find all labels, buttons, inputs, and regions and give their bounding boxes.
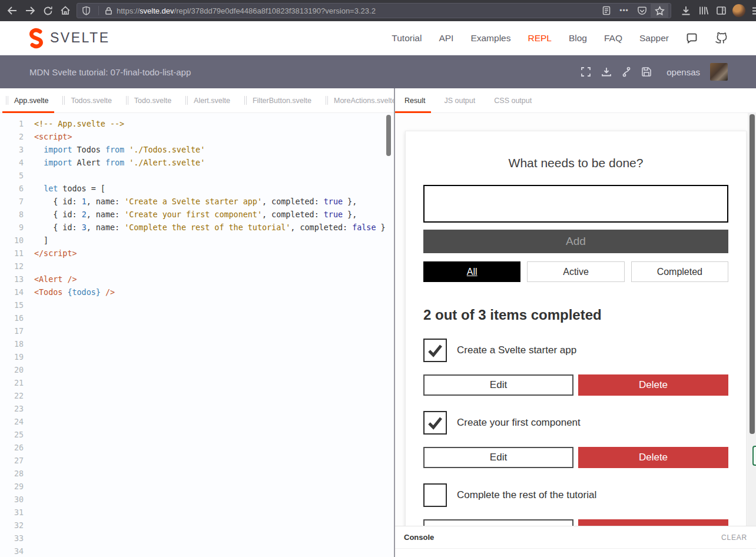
todo-app: What needs to be done? Add AllActiveComp…	[405, 131, 747, 526]
svelte-logo[interactable]: SVELTE	[27, 28, 110, 49]
github-icon[interactable]	[715, 32, 728, 44]
line-number-gutter: 1234567891011121314151617181920212223242…	[0, 118, 24, 557]
nav-item-api[interactable]: API	[439, 33, 453, 44]
code-line: <!-- App.svelte -->	[34, 118, 386, 131]
line-number: 27	[0, 455, 24, 468]
bookmark-star-icon[interactable]	[651, 3, 668, 18]
code-lines: <!-- App.svelte --><script> import Todos…	[34, 118, 386, 557]
line-number: 17	[0, 325, 24, 338]
code-line	[34, 403, 386, 416]
console-clear-button[interactable]: CLEAR	[721, 533, 747, 542]
line-number: 2	[0, 131, 24, 144]
fork-icon[interactable]	[622, 67, 631, 77]
output-tab-css-output[interactable]: CSS output	[485, 88, 541, 112]
code-line	[34, 416, 386, 429]
todo-checkbox-checked[interactable]	[423, 411, 447, 435]
todo-label: Create a Svelte starter app	[457, 344, 576, 356]
home-icon[interactable]	[57, 3, 74, 18]
sidebar-icon[interactable]	[712, 3, 730, 18]
line-number: 24	[0, 416, 24, 429]
new-todo-input[interactable]	[423, 185, 728, 223]
editor-tab-filterbutton-svelte[interactable]: FilterButton.svelte	[238, 88, 320, 112]
output-tab-result[interactable]: Result	[395, 88, 435, 112]
editor-scrollbar-thumb[interactable]	[386, 115, 391, 156]
code-line	[34, 442, 386, 455]
tab-drag-handle-icon[interactable]	[62, 96, 65, 105]
reload-icon[interactable]	[39, 3, 57, 18]
url-bar[interactable]: https://svelte.dev/repl/378dd79e0dfe4486…	[77, 3, 671, 18]
download-zip-icon[interactable]	[601, 67, 612, 77]
filter-button-completed[interactable]: Completed	[631, 261, 728, 282]
menu-icon[interactable]	[748, 3, 756, 18]
code-line: import Todos from './Todos.svelte'	[34, 144, 386, 157]
tab-drag-handle-icon[interactable]	[6, 96, 8, 105]
line-number: 12	[0, 260, 24, 273]
library-icon[interactable]	[695, 3, 712, 18]
filter-button-all[interactable]: All	[423, 261, 520, 282]
tab-drag-handle-icon[interactable]	[326, 96, 328, 105]
tab-label: MoreActions.svelte	[334, 97, 396, 105]
delete-button[interactable]: Delete	[578, 519, 728, 526]
editor-tab-todos-svelte[interactable]: Todos.svelte	[57, 88, 120, 112]
nav-item-faq[interactable]: FAQ	[604, 33, 622, 44]
site-nav: TutorialAPIExamplesREPLBlogFAQSapper	[392, 21, 728, 55]
tab-drag-handle-icon[interactable]	[126, 96, 128, 105]
forward-icon[interactable]	[21, 3, 39, 18]
filter-buttons: AllActiveCompleted	[423, 261, 728, 282]
todo-item: Create your first componentEditDelete	[423, 411, 728, 468]
tab-label: Todos.svelte	[71, 97, 111, 105]
code-line	[34, 545, 386, 557]
code-line: { id: 3, name: 'Complete the rest of the…	[34, 221, 386, 234]
editor-tab-todo-svelte[interactable]: Todo.svelte	[120, 88, 180, 112]
back-icon[interactable]	[4, 3, 21, 18]
chat-icon[interactable]	[686, 32, 698, 44]
pocket-icon[interactable]	[633, 3, 651, 18]
tab-drag-handle-icon[interactable]	[244, 96, 247, 105]
check-icon	[427, 342, 443, 359]
fullscreen-icon[interactable]	[581, 67, 591, 77]
tracking-shield-icon[interactable]	[77, 3, 95, 18]
delete-button[interactable]: Delete	[578, 447, 728, 468]
editor-tab-app-svelte[interactable]: App.svelte	[0, 88, 57, 112]
nav-item-blog[interactable]: Blog	[569, 33, 587, 44]
save-icon[interactable]	[641, 67, 652, 77]
line-number: 25	[0, 429, 24, 442]
reader-view-icon[interactable]	[598, 3, 615, 18]
code-line	[34, 455, 386, 468]
todo-status-heading: 2 out of 3 items completed	[423, 307, 728, 323]
code-line: import Alert from './Alert.svelte'	[34, 157, 386, 170]
page-actions-icon[interactable]: •••	[615, 3, 633, 18]
editor-tab-moreactions-svelte[interactable]: MoreActions.svelte	[320, 88, 404, 112]
edit-button[interactable]: Edit	[423, 447, 573, 468]
browser-toolbar: https://svelte.dev/repl/378dd79e0dfe4486…	[0, 0, 756, 21]
delete-button[interactable]: Delete	[578, 374, 728, 396]
editor-tab-alert-svelte[interactable]: Alert.svelte	[180, 88, 238, 112]
nav-item-sapper[interactable]: Sapper	[639, 33, 669, 44]
repl-user-avatar[interactable]	[710, 63, 728, 81]
nav-item-examples[interactable]: Examples	[470, 33, 510, 44]
repl-toolbar: MDN Svelte tutorial: 07-final-todo-list-…	[0, 55, 756, 88]
line-number: 15	[0, 299, 24, 312]
check-icon	[427, 415, 443, 431]
filter-button-active[interactable]: Active	[527, 261, 624, 282]
profile-avatar[interactable]	[730, 3, 748, 18]
line-number: 32	[0, 519, 24, 532]
tab-label: FilterButton.svelte	[253, 97, 311, 105]
edit-button[interactable]: Edit	[423, 519, 573, 526]
add-todo-button[interactable]: Add	[423, 230, 728, 253]
edit-button[interactable]: Edit	[423, 374, 573, 396]
downloads-icon[interactable]	[677, 3, 695, 18]
tab-drag-handle-icon[interactable]	[185, 96, 188, 105]
nav-item-tutorial[interactable]: Tutorial	[392, 33, 422, 44]
line-number: 21	[0, 377, 24, 390]
todo-checkbox-checked[interactable]	[423, 339, 447, 362]
repl-username[interactable]: opensas	[667, 67, 700, 77]
line-number: 13	[0, 273, 24, 286]
todo-checkbox-unchecked[interactable]	[423, 483, 447, 507]
output-tab-js-output[interactable]: JS output	[435, 88, 485, 112]
repl-title[interactable]: MDN Svelte tutorial: 07-final-todo-list-…	[29, 67, 191, 77]
nav-item-repl[interactable]: REPL	[528, 33, 552, 44]
code-editor[interactable]: 1234567891011121314151617181920212223242…	[0, 113, 394, 557]
result-scrollbar-thumb[interactable]	[750, 114, 755, 434]
console-label: Console	[404, 533, 434, 542]
